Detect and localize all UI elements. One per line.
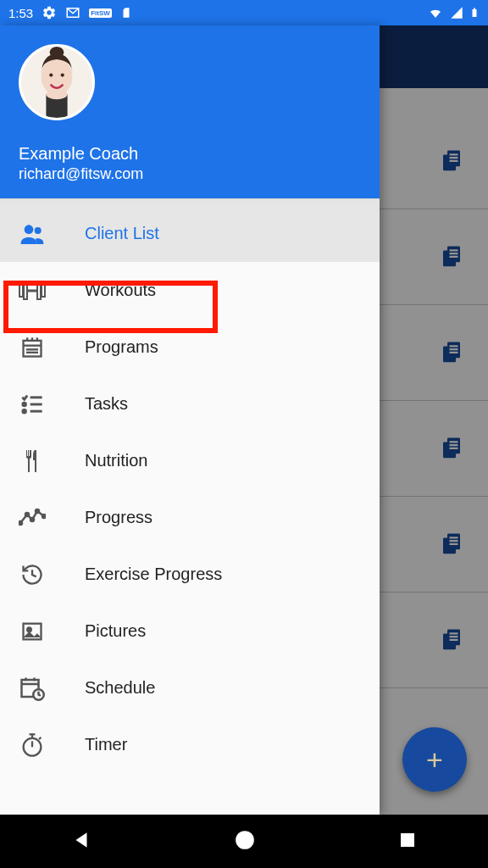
back-button[interactable] — [70, 829, 92, 854]
nav-schedule[interactable]: Schedule — [0, 659, 380, 716]
nav-pictures[interactable]: Pictures — [0, 603, 380, 659]
svg-point-76 — [236, 831, 254, 849]
nav-label: Schedule — [85, 678, 155, 698]
nav-label: Programs — [85, 337, 158, 357]
gear-icon — [42, 5, 57, 20]
svg-line-75 — [39, 737, 41, 738]
svg-point-65 — [27, 627, 31, 632]
stopwatch-icon — [17, 730, 47, 760]
fitsw-badge-icon: FitSW — [89, 8, 112, 18]
profile-email: richard@fitsw.com — [19, 165, 361, 183]
wifi-icon — [427, 6, 444, 19]
svg-rect-1 — [473, 9, 477, 17]
signal-icon — [449, 6, 464, 19]
system-navbar — [0, 815, 488, 868]
svg-point-40 — [25, 225, 34, 234]
checklist-icon — [17, 389, 47, 420]
svg-point-71 — [24, 737, 42, 755]
status-bar: 1:53 FitSW — [0, 0, 488, 25]
svg-point-63 — [42, 515, 46, 518]
nav-timer[interactable]: Timer — [0, 716, 380, 773]
svg-point-39 — [46, 89, 67, 99]
svg-point-59 — [19, 521, 22, 525]
avatar[interactable] — [19, 44, 95, 120]
drawer-header[interactable]: Example Coach richard@fitsw.com — [0, 25, 380, 198]
battery-icon — [469, 5, 480, 20]
svg-point-41 — [35, 227, 42, 234]
nav-exercise-progress[interactable]: Exercise Progress — [0, 546, 380, 603]
calendar-icon — [17, 332, 47, 363]
nav-client-list[interactable]: Client List — [0, 205, 380, 262]
highlight-annotation — [3, 281, 218, 333]
svg-point-55 — [23, 403, 26, 406]
svg-point-62 — [36, 509, 39, 513]
nav-label: Exercise Progress — [85, 565, 222, 584]
history-icon — [17, 559, 47, 590]
nav-label: Timer — [85, 735, 127, 754]
nav-label: Pictures — [85, 621, 146, 641]
people-icon — [17, 219, 47, 249]
svg-point-61 — [30, 518, 34, 521]
svg-point-60 — [25, 513, 29, 516]
svg-point-57 — [23, 409, 26, 413]
chart-line-icon — [17, 503, 47, 533]
profile-name: Example Coach — [19, 144, 361, 164]
svg-rect-2 — [474, 8, 475, 10]
svg-point-36 — [49, 74, 53, 77]
svg-rect-77 — [401, 833, 414, 847]
nav-label: Nutrition — [85, 451, 147, 470]
svg-point-37 — [61, 74, 64, 77]
nav-label: Client List — [85, 224, 159, 243]
cutlery-icon — [17, 446, 47, 476]
status-time: 1:53 — [8, 6, 33, 20]
add-button[interactable]: + — [402, 727, 467, 792]
calendar-clock-icon — [17, 673, 47, 704]
home-button[interactable] — [234, 829, 256, 854]
nav-label: Tasks — [85, 394, 128, 414]
nav-label: Progress — [85, 508, 152, 527]
nav-nutrition[interactable]: Nutrition — [0, 432, 380, 489]
image-icon — [17, 616, 47, 647]
nav-progress[interactable]: Progress — [0, 489, 380, 546]
plus-icon: + — [426, 743, 443, 776]
nav-drawer: Example Coach richard@fitsw.com Client L… — [0, 25, 380, 815]
sd-card-icon — [120, 5, 132, 20]
nav-tasks[interactable]: Tasks — [0, 376, 380, 432]
recent-apps-button[interactable] — [397, 830, 418, 854]
drawer-divider — [0, 198, 380, 205]
svg-point-35 — [50, 47, 64, 58]
mail-icon — [65, 5, 80, 20]
